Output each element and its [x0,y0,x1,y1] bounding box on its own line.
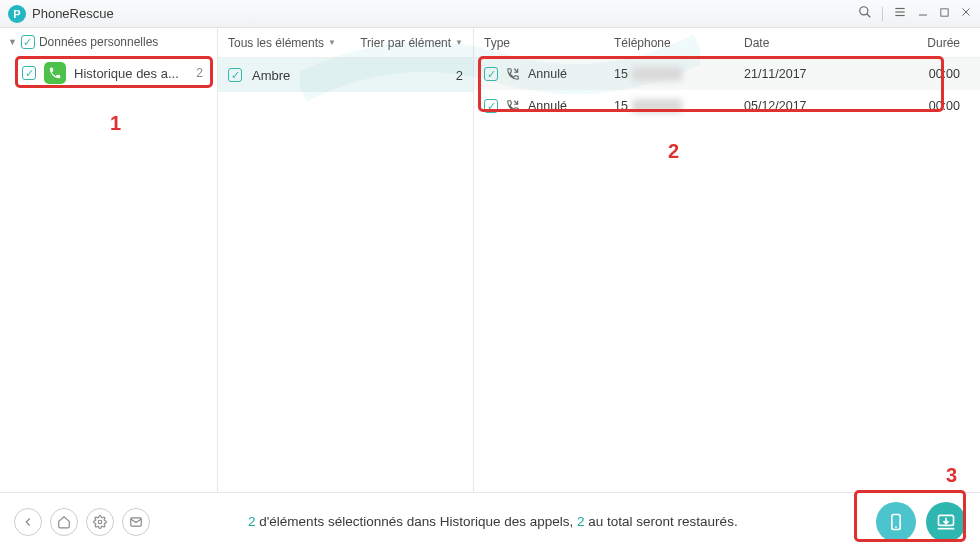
filter-all-elements[interactable]: Tous les éléments▼ [218,36,360,50]
col-duration[interactable]: Durée [874,36,980,50]
col-telephone[interactable]: Téléphone [614,36,744,50]
contacts-panel: Tous les éléments▼ Trier par élément▼ Am… [218,28,474,492]
close-button[interactable] [960,6,972,21]
missed-call-icon [506,99,520,113]
titlebar: P PhoneRescue [0,0,980,28]
menu-icon[interactable] [893,5,907,22]
svg-point-0 [860,7,868,15]
settings-button[interactable] [86,508,114,536]
col-type[interactable]: Type [474,36,614,50]
row-checkbox[interactable] [484,99,498,113]
search-icon[interactable] [858,5,872,22]
tel-redacted [632,99,682,113]
back-button[interactable] [14,508,42,536]
sort-by-element[interactable]: Trier par élément▼ [360,36,473,50]
call-status: Annulé [528,67,567,81]
item-checkbox[interactable] [22,66,36,80]
mail-button[interactable] [122,508,150,536]
contacts-header: Tous les éléments▼ Trier par élément▼ [218,28,473,58]
col-date[interactable]: Date [744,36,874,50]
tel-prefix: 15 [614,67,628,81]
call-date: 05/12/2017 [744,99,874,113]
collapse-icon: ▼ [8,37,17,47]
bottombar: 2 d'éléments sélectionnés dans Historiqu… [0,492,980,550]
call-duration: 00:00 [874,67,980,81]
call-row[interactable]: Annulé 15 21/11/2017 00:00 [474,58,980,90]
missed-call-icon [506,67,520,81]
sidebar-item-label: Historique des a... [74,66,188,81]
chevron-down-icon: ▼ [455,38,463,47]
svg-point-9 [98,520,102,524]
sidebar-section-header[interactable]: ▼ Données personnelles [0,28,217,56]
call-status: Annulé [528,99,567,113]
home-button[interactable] [50,508,78,536]
calls-header: Type Téléphone Date Durée [474,28,980,58]
calls-panel: Type Téléphone Date Durée Annulé 15 21/1… [474,28,980,492]
recover-to-device-button[interactable] [876,502,916,542]
svg-line-1 [867,14,871,18]
app-title: PhoneRescue [32,6,114,21]
sidebar-item-count: 2 [196,66,209,80]
app-logo-icon: P [8,5,26,23]
chevron-down-icon: ▼ [328,38,336,47]
section-label: Données personnelles [39,35,158,49]
minimize-button[interactable] [917,6,929,21]
section-checkbox[interactable] [21,35,35,49]
row-checkbox[interactable] [484,67,498,81]
phone-icon [44,62,66,84]
call-duration: 00:00 [874,99,980,113]
tel-redacted [632,67,682,81]
status-text: 2 d'éléments sélectionnés dans Historiqu… [158,514,866,529]
sidebar-item-call-history[interactable]: Historique des a... 2 [0,56,217,90]
maximize-button[interactable] [939,6,950,21]
svg-rect-6 [941,9,948,16]
call-date: 21/11/2017 [744,67,874,81]
sidebar: ▼ Données personnelles Historique des a.… [0,28,218,492]
tel-prefix: 15 [614,99,628,113]
row-checkbox[interactable] [228,68,242,82]
contact-name: Ambre [252,68,456,83]
call-row[interactable]: Annulé 15 05/12/2017 00:00 [474,90,980,122]
contact-count: 2 [456,68,463,83]
recover-to-computer-button[interactable] [926,502,966,542]
contact-row[interactable]: Ambre 2 [218,58,473,92]
